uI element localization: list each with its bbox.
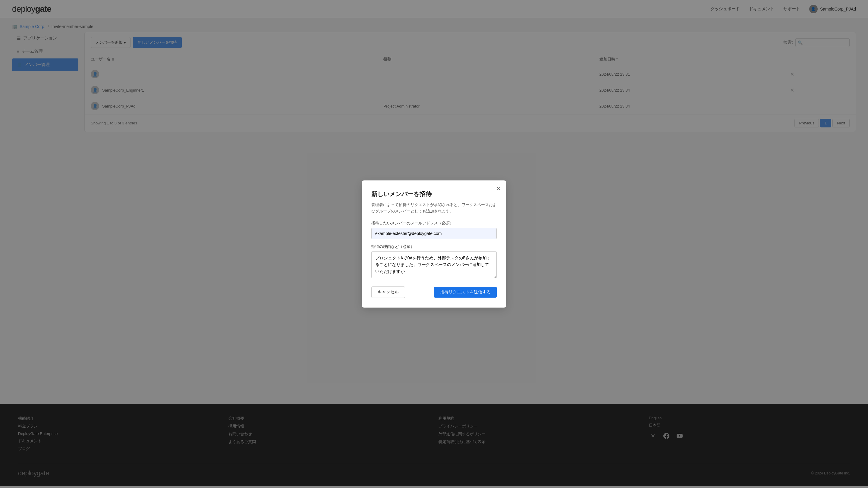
cancel-button[interactable]: キャンセル [371,287,405,298]
reason-textarea[interactable]: プロジェクトAでQAを行うため、外部テスタのBさんが参加することになりました。ワ… [371,251,497,278]
email-label: 招待したいメンバーのメールアドレス（必須） [371,221,497,226]
modal-actions: キャンセル 招待リクエストを送信する [371,287,497,298]
modal-close-button[interactable]: × [496,185,500,192]
invite-modal: × 新しいメンバーを招待 管理者によって招待のリクエストが承認されると、ワークス… [362,181,506,307]
email-input[interactable] [371,228,497,239]
modal-description: 管理者によって招待のリクエストが承認されると、ワークスペースおよびグループのメン… [371,202,497,215]
submit-button[interactable]: 招待リクエストを送信する [434,287,497,298]
reason-label: 招待の理由など（必須） [371,244,497,250]
modal-overlay[interactable]: × 新しいメンバーを招待 管理者によって招待のリクエストが承認されると、ワークス… [0,0,868,488]
modal-title: 新しいメンバーを招待 [371,190,497,198]
